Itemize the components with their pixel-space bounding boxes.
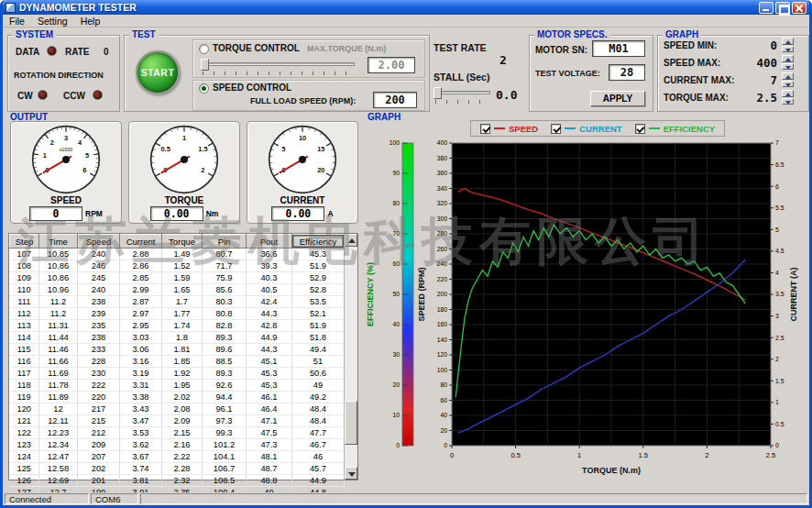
table-row[interactable]: 11411.442383.031.889.344.951.8 [10, 332, 345, 344]
table-row[interactable]: 11511.462333.061.8189.644.349.4 [10, 344, 345, 356]
svg-text:0: 0 [450, 451, 454, 459]
table-cell: 3.74 [120, 463, 162, 475]
max-torque-label: MAX.TORQUE (N.m) [307, 44, 386, 53]
stall-slider[interactable] [433, 86, 490, 103]
table-cell: 51 [292, 356, 345, 368]
column-header-pout[interactable]: Pout [247, 235, 292, 248]
spin-down-icon[interactable] [782, 63, 794, 71]
table-row[interactable]: 11611.662283.161.8588.545.151 [10, 356, 345, 368]
svg-text:60: 60 [440, 397, 447, 403]
table-row[interactable]: 12612.692013.812.32108.548.844.9 [10, 475, 345, 487]
spin-down-icon[interactable] [782, 46, 794, 53]
table-row[interactable]: 11211.22392.971.7780.844.352.1 [10, 308, 345, 320]
maximize-icon[interactable] [775, 2, 790, 14]
table-row[interactable]: 12112.112153.472.0997.347.148.4 [10, 415, 345, 427]
table-cell: 1.85 [162, 356, 203, 368]
table-row[interactable]: 120122173.432.0896.146.448.4 [10, 403, 345, 415]
speed-max-stepper[interactable] [782, 55, 794, 70]
current-gauge-title: CURRENT [280, 195, 325, 205]
apply-button[interactable]: APPLY [590, 91, 645, 106]
spin-up-icon[interactable] [782, 72, 794, 80]
table-row[interactable]: 12412.472073.672.22104.148.146 [10, 451, 345, 463]
table-cell: 124 [10, 451, 39, 463]
column-header-pin[interactable]: Pin [203, 235, 247, 248]
table-row[interactable]: 12212.232123.532.1599.347.547.7 [10, 427, 345, 439]
table-row[interactable]: 11811.782223.311.9592.645.349 [10, 380, 345, 392]
table-cell: 230 [78, 368, 120, 380]
spin-up-icon[interactable] [782, 90, 794, 97]
column-header-current[interactable]: Current [120, 235, 162, 248]
column-header-step[interactable]: Step [10, 235, 39, 248]
svg-text:2: 2 [705, 451, 708, 459]
slider-thumb[interactable] [201, 59, 209, 71]
table-row[interactable]: 11010.962402.991.6585.640.552.8 [10, 284, 345, 296]
table-cell: 3.06 [120, 344, 162, 356]
slider-groove [433, 91, 490, 94]
menu-setting[interactable]: Setting [31, 16, 74, 27]
svg-text:100: 100 [390, 139, 401, 146]
table-cell: 11.2 [39, 296, 78, 308]
speed-line-swatch [494, 127, 505, 129]
spin-up-icon[interactable] [782, 55, 794, 62]
scroll-down-icon[interactable] [345, 467, 357, 480]
menu-file[interactable]: File [3, 16, 31, 27]
column-header-efficiency[interactable]: Efficiency [292, 235, 345, 248]
spin-down-icon[interactable] [782, 98, 794, 105]
speed-min-stepper[interactable] [782, 38, 794, 52]
current-max-stepper[interactable] [782, 72, 794, 87]
table-cell: 45.7 [292, 463, 345, 475]
ccw-label: CCW [63, 91, 85, 101]
table-row[interactable]: 12512.582023.742.28106.748.745.7 [10, 463, 345, 475]
svg-text:x1000: x1000 [60, 147, 73, 152]
table-scrollbar[interactable] [344, 234, 357, 480]
column-header-torque[interactable]: Torque [162, 235, 203, 248]
table-cell: 1.74 [162, 320, 203, 332]
app-icon [5, 3, 16, 13]
table-cell: 2.22 [162, 451, 203, 463]
table-cell: 240 [78, 284, 120, 296]
menu-help[interactable]: Help [74, 16, 107, 27]
table-row[interactable]: 10810.862462.861.5271.739.351.9 [10, 260, 345, 272]
torque-max-stepper[interactable] [782, 90, 794, 105]
spin-down-icon[interactable] [782, 81, 794, 88]
table-row[interactable]: 10910.862452.851.5975.940.352.9 [10, 272, 345, 284]
system-group: SYSTEM DATA RATE 0 ROTATION DIRECTION CW… [7, 35, 120, 112]
table-row[interactable]: 11111.22382.871.780.342.453.5 [10, 296, 345, 308]
table-cell: 42.8 [247, 320, 292, 332]
scroll-thumb[interactable] [345, 401, 357, 445]
torque-control-radio[interactable] [199, 44, 209, 54]
efficiency-checkbox-icon[interactable] [635, 124, 645, 134]
table-cell: 209 [78, 439, 120, 451]
scroll-up-icon[interactable] [345, 234, 357, 247]
table-cell: 44.3 [247, 344, 292, 356]
table-cell: 238 [78, 332, 120, 344]
speed-unit-label: RPM [85, 209, 103, 218]
table-row[interactable]: 11311.312352.951.7482.842.851.9 [10, 320, 345, 332]
table-row[interactable]: 11711.692303.191.9289.345.350.6 [10, 368, 345, 380]
minimize-icon[interactable] [759, 2, 774, 14]
speed-control-radio[interactable] [199, 83, 209, 94]
svg-text:380: 380 [437, 155, 448, 161]
max-torque-slider[interactable] [201, 58, 355, 74]
test-voltage-field[interactable]: 28 [609, 64, 645, 81]
column-header-speed[interactable]: Speed [78, 235, 120, 248]
column-header-time[interactable]: Time [39, 235, 78, 248]
table-cell: 3.67 [120, 451, 162, 463]
table-row[interactable]: 10710.852402.881.4980.736.645.3 [10, 248, 345, 260]
table-cell: 2.97 [120, 308, 162, 320]
full-load-speed-value[interactable]: 200 [373, 92, 417, 108]
spin-up-icon[interactable] [782, 38, 794, 45]
table-row[interactable]: 12712.71993.912.35109.44944.8 [10, 487, 345, 493]
slider-thumb[interactable] [433, 87, 442, 99]
current-checkbox-icon[interactable] [551, 124, 561, 134]
motor-sn-field[interactable]: M01 [592, 40, 645, 57]
table-cell: 51.8 [292, 332, 345, 344]
table-row[interactable]: 11911.892203.382.0294.446.149.2 [10, 392, 345, 403]
svg-text:5: 5 [85, 151, 89, 160]
start-button[interactable]: START [136, 50, 180, 94]
table-row[interactable]: 12312.342093.622.16101.247.346.7 [10, 439, 345, 451]
speed-checkbox-icon[interactable] [480, 124, 490, 134]
current-gauge-dial: 05101520 [267, 124, 338, 195]
svg-text:3.5: 3.5 [775, 291, 785, 297]
close-icon[interactable] [792, 2, 807, 14]
